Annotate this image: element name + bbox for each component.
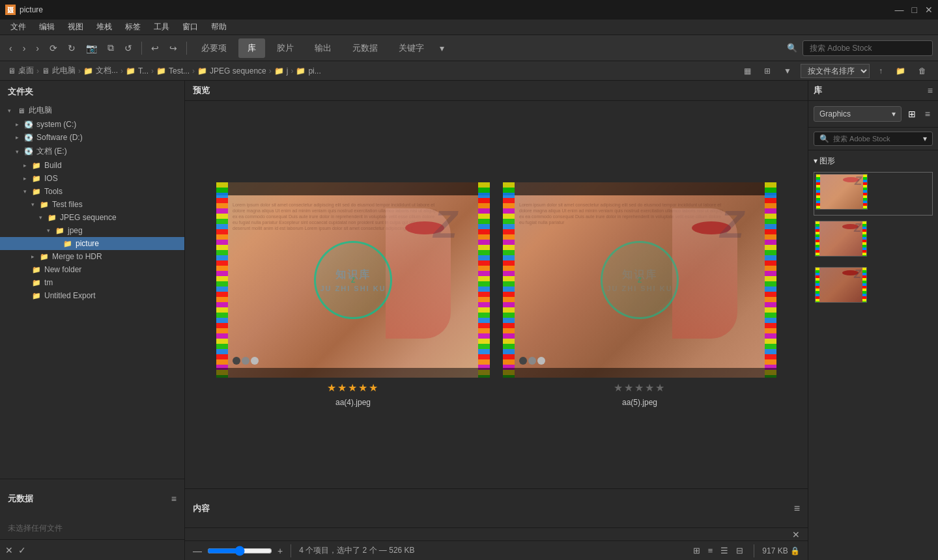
library-dropdown[interactable]: Graphics ▾ (814, 106, 902, 122)
tree-item-mergehdr[interactable]: ▸ 📁 Merge to HDR (0, 250, 184, 263)
back-button[interactable]: ‹ (5, 40, 16, 56)
view-mode-btn-2[interactable]: ⊞ (760, 65, 775, 77)
files-title: 文件夹 (8, 86, 33, 98)
more-tabs-button[interactable]: ▾ (436, 40, 448, 56)
recent-button[interactable]: ⟳ (46, 40, 61, 56)
metadata-menu-btn[interactable]: ≡ (171, 494, 177, 504)
tree-item-untitledexport[interactable]: 📁 Untitled Export (0, 289, 184, 302)
image-wrapper-2[interactable]: Lorem ipsum dolor sit amet consectetur a… (503, 182, 776, 378)
preview-item-1[interactable]: Lorem ipsum dolor sit amet consectetur a… (216, 182, 490, 407)
letter-z-1: Z (433, 202, 457, 247)
list-toggle-btn[interactable]: ≡ (922, 107, 933, 120)
folder-new-btn[interactable]: 📁 (892, 65, 909, 77)
image-wrapper-1[interactable]: Lorem ipsum dolor sit amet consectetur a… (216, 182, 490, 378)
tree-item-jpegseq[interactable]: ▾ 📁 JPEG sequence (0, 211, 184, 224)
menu-view[interactable]: 视图 (63, 20, 89, 34)
desktop-icon: 🖥 (8, 66, 16, 76)
tree-item-e-drive[interactable]: ▾ 💽 文档 (E:) (0, 144, 184, 159)
tree-item-d-drive[interactable]: ▸ 💽 Software (D:) (0, 131, 184, 144)
refresh-button[interactable]: ↺ (121, 40, 136, 56)
stars-2[interactable]: ★★★★★ (614, 382, 666, 394)
thumb-item-1[interactable]: Z (814, 172, 933, 216)
grid-toggle-btn[interactable]: ⊞ (905, 107, 918, 120)
forward-button[interactable]: › (19, 40, 30, 56)
menu-edit[interactable]: 编辑 (34, 20, 60, 34)
file-tree[interactable]: ▾ 🖥 此电脑 ▸ 💽 system (C:) ▸ 💽 Software (D:… (0, 103, 184, 479)
right-search-input[interactable] (833, 135, 919, 143)
undo-button[interactable]: ↩ (147, 40, 163, 56)
right-panel-menu-btn[interactable]: ≡ (928, 85, 933, 96)
compact-view-btn[interactable]: ⊟ (733, 544, 746, 557)
menu-file[interactable]: 文件 (5, 20, 31, 34)
tree-item-tm[interactable]: 📁 tm (0, 276, 184, 289)
menu-label[interactable]: 标签 (120, 20, 146, 34)
camera-button[interactable]: 📷 (82, 40, 101, 56)
sort-asc-btn[interactable]: ↑ (875, 65, 887, 77)
minimize-button[interactable]: — (895, 5, 904, 15)
tree-item-jpeg[interactable]: ▾ 📁 jpeg (0, 224, 184, 237)
zoom-slider[interactable] (207, 546, 272, 556)
copy-button[interactable]: ⧉ (104, 40, 118, 56)
tab-output[interactable]: 输出 (306, 38, 341, 58)
tab-filmstrip[interactable]: 胶片 (268, 38, 303, 58)
tree-item-testfiles[interactable]: ▾ 📁 Test files (0, 198, 184, 211)
tree-item-c-drive[interactable]: ▸ 💽 system (C:) (0, 118, 184, 131)
content-menu-btn[interactable]: ≡ (794, 503, 800, 514)
zoom-slider-container (207, 546, 272, 556)
tree-arrow-testfiles: ▾ (31, 201, 39, 208)
breadcrumb-j[interactable]: 📁 j (274, 66, 289, 76)
titlebar-left: 🖼 picture (5, 5, 43, 15)
status-minus-btn[interactable]: — (193, 546, 202, 556)
stock-search-input[interactable] (803, 40, 933, 56)
breadcrumb-pi[interactable]: 📁 pi... (296, 66, 320, 76)
menu-tools[interactable]: 工具 (149, 20, 175, 34)
breadcrumb-docs[interactable]: 📁 文档... (83, 65, 118, 76)
status-plus-btn[interactable]: + (277, 546, 283, 556)
tab-keywords[interactable]: 关键字 (390, 38, 433, 58)
tree-item-computer[interactable]: ▾ 🖥 此电脑 (0, 103, 184, 118)
grid-view-btn[interactable]: ⊞ (690, 544, 703, 557)
detail-view-btn[interactable]: ☰ (718, 544, 731, 557)
stars-1[interactable]: ★★★★★ (327, 382, 379, 394)
tab-library[interactable]: 库 (238, 38, 265, 58)
breadcrumb-test[interactable]: 📁 Test... (156, 66, 190, 76)
tab-essentials[interactable]: 必要项 (192, 38, 236, 58)
redo-button[interactable]: ↻ (64, 40, 79, 56)
tree-item-picture[interactable]: 📁 picture (0, 237, 184, 250)
right-search-box[interactable]: 🔍 ▾ (814, 132, 933, 146)
preview-item-2[interactable]: Lorem ipsum dolor sit amet consectetur a… (503, 182, 776, 407)
tree-item-tools[interactable]: ▾ 📁 Tools (0, 185, 184, 198)
redo2-button[interactable]: ↪ (165, 40, 181, 56)
tab-metadata[interactable]: 元数据 (343, 38, 387, 58)
menu-window[interactable]: 窗口 (177, 20, 203, 34)
content-section: 内容 ≡ (185, 488, 808, 527)
breadcrumb-computer[interactable]: 🖥 此电脑 (42, 65, 76, 76)
status-divider-2 (754, 544, 754, 557)
tree-item-newfolder[interactable]: 📁 New folder (0, 263, 184, 276)
breadcrumb-t[interactable]: 📁 T... (126, 66, 149, 76)
tree-item-build[interactable]: ▸ 📁 Build (0, 159, 184, 172)
thumb-item-3[interactable]: Z (814, 266, 933, 308)
content-close-btn[interactable]: ✕ (789, 527, 803, 542)
filter-btn[interactable]: ▼ (780, 65, 795, 77)
breadcrumb-sep-7: › (291, 66, 293, 76)
up-button[interactable]: › (32, 40, 43, 56)
view-buttons: ⊞ ≡ ☰ ⊟ (690, 544, 746, 557)
delete-btn[interactable]: 🗑 (915, 65, 930, 77)
metadata-section: 元数据 ≡ (0, 479, 184, 518)
thumb-image-2: Z (815, 221, 867, 257)
list-view-btn[interactable]: ≡ (705, 544, 716, 557)
computer-icon: 🖥 (16, 106, 26, 115)
thumb-item-2[interactable]: Z (814, 219, 933, 262)
maximize-button[interactable]: □ (912, 5, 917, 15)
menu-help[interactable]: 帮助 (206, 20, 232, 34)
sort-select[interactable]: 按文件名排序 (801, 64, 870, 78)
close-button[interactable]: ✕ (925, 5, 933, 15)
tree-item-ios[interactable]: ▸ 📁 IOS (0, 172, 184, 185)
confirm-left-btn[interactable]: ✓ (18, 545, 26, 555)
breadcrumb-jpeg[interactable]: 📁 JPEG sequence (197, 66, 266, 76)
view-mode-btn-1[interactable]: ▦ (740, 65, 755, 77)
delete-left-btn[interactable]: ✕ (5, 545, 13, 555)
menu-stack[interactable]: 堆栈 (91, 20, 117, 34)
breadcrumb-desktop[interactable]: 🖥 桌面 (8, 65, 34, 76)
